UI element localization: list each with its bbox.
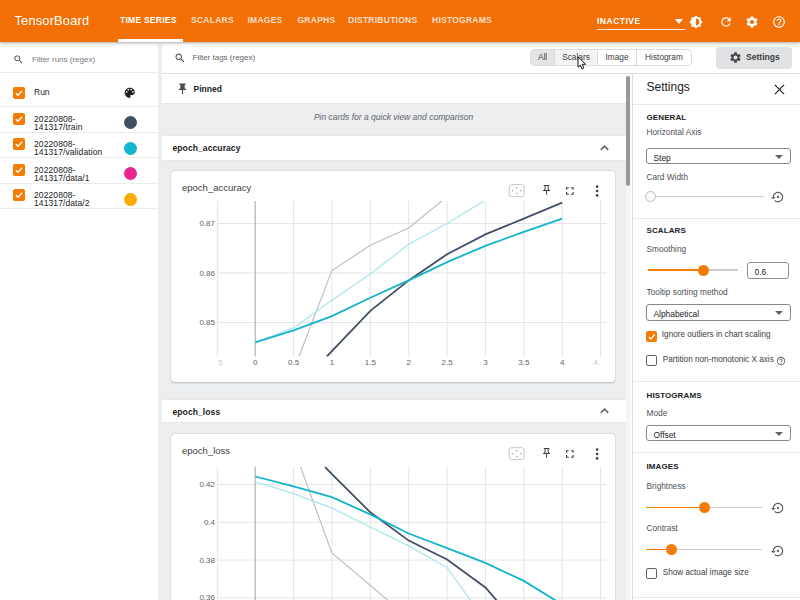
svg-text:1.5: 1.5 [365,358,377,367]
svg-text:4.: 4. [593,358,600,367]
svg-text:4: 4 [560,358,565,367]
svg-text:0.36: 0.36 [199,593,215,600]
svg-text:1: 1 [330,358,335,367]
svg-text:0.86: 0.86 [199,269,215,278]
svg-text:0.38: 0.38 [199,556,215,565]
svg-text:0.85: 0.85 [199,318,215,327]
svg-text:5: 5 [218,358,223,367]
svg-text:2.5: 2.5 [442,358,454,367]
svg-text:3: 3 [483,358,488,367]
svg-text:0.87: 0.87 [199,219,215,228]
svg-text:0: 0 [253,358,258,367]
svg-text:2: 2 [406,358,411,367]
svg-text:0.42: 0.42 [199,480,215,489]
svg-text:0.5: 0.5 [288,358,300,367]
svg-text:3.5: 3.5 [518,358,530,367]
svg-text:0.4: 0.4 [204,518,216,527]
